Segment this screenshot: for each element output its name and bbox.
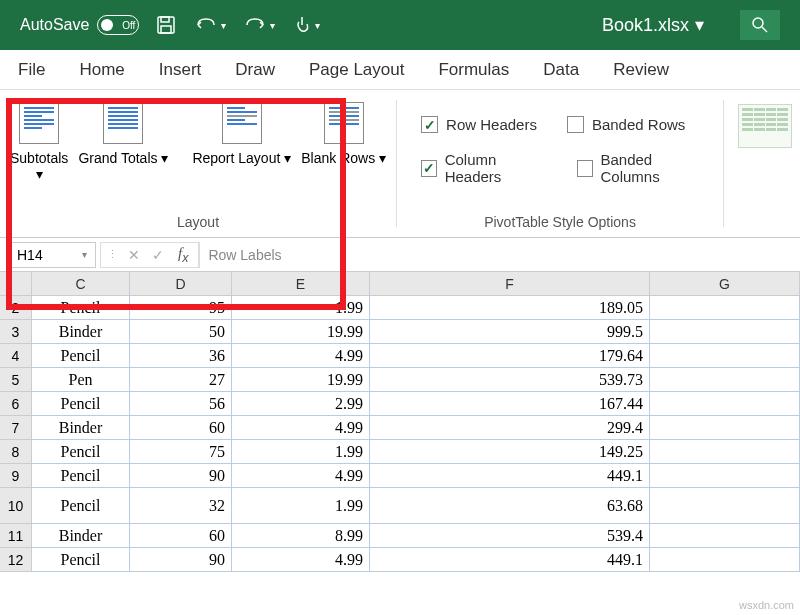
cell[interactable]: 449.1 bbox=[370, 464, 650, 488]
col-header-d[interactable]: D bbox=[130, 272, 232, 296]
cell[interactable]: 4.99 bbox=[232, 416, 370, 440]
row-header[interactable]: 4 bbox=[0, 344, 32, 368]
cell[interactable]: 189.05 bbox=[370, 296, 650, 320]
toggle-switch[interactable]: Off bbox=[97, 15, 139, 35]
touch-mode-button[interactable]: ▾ bbox=[291, 14, 320, 36]
menu-review[interactable]: Review bbox=[613, 60, 669, 80]
menu-insert[interactable]: Insert bbox=[159, 60, 202, 80]
menu-file[interactable]: File bbox=[18, 60, 45, 80]
row-header[interactable]: 12 bbox=[0, 548, 32, 572]
col-header-g[interactable]: G bbox=[650, 272, 800, 296]
pivottable-styles[interactable] bbox=[724, 90, 800, 237]
cell[interactable]: 95 bbox=[130, 296, 232, 320]
row-header[interactable]: 3 bbox=[0, 320, 32, 344]
cancel-button[interactable]: ✕ bbox=[122, 247, 146, 263]
cell[interactable]: 27 bbox=[130, 368, 232, 392]
cell[interactable]: 539.4 bbox=[370, 524, 650, 548]
cell[interactable]: 999.5 bbox=[370, 320, 650, 344]
cell[interactable]: Pen bbox=[32, 368, 130, 392]
banded-rows-checkbox[interactable]: Banded Rows bbox=[567, 116, 685, 133]
document-title[interactable]: Book1.xlsx ▾ bbox=[602, 14, 704, 36]
cell[interactable]: 50 bbox=[130, 320, 232, 344]
cell[interactable]: 1.99 bbox=[232, 488, 370, 524]
menu-data[interactable]: Data bbox=[543, 60, 579, 80]
blank-rows-button[interactable]: Blank Rows ▾ bbox=[299, 98, 388, 186]
cell[interactable]: 299.4 bbox=[370, 416, 650, 440]
cell[interactable]: Binder bbox=[32, 416, 130, 440]
spreadsheet-grid[interactable]: C D E F G 2Pencil951.99189.053Binder5019… bbox=[0, 272, 800, 572]
row-header[interactable]: 11 bbox=[0, 524, 32, 548]
cell[interactable]: 2.99 bbox=[232, 392, 370, 416]
formula-input[interactable]: Row Labels bbox=[199, 242, 800, 268]
cell[interactable]: 60 bbox=[130, 416, 232, 440]
row-header[interactable]: 9 bbox=[0, 464, 32, 488]
cell[interactable]: Pencil bbox=[32, 392, 130, 416]
dropdown-icon[interactable]: ⋮ bbox=[103, 248, 122, 261]
row-headers-checkbox[interactable]: Row Headers bbox=[421, 116, 537, 133]
cell[interactable]: Binder bbox=[32, 524, 130, 548]
cell[interactable]: 449.1 bbox=[370, 548, 650, 572]
cell[interactable]: 32 bbox=[130, 488, 232, 524]
cell[interactable] bbox=[650, 464, 800, 488]
cell[interactable]: 63.68 bbox=[370, 488, 650, 524]
col-header-e[interactable]: E bbox=[232, 272, 370, 296]
cell[interactable]: 90 bbox=[130, 464, 232, 488]
cell[interactable]: 4.99 bbox=[232, 344, 370, 368]
cell[interactable]: 36 bbox=[130, 344, 232, 368]
cell[interactable]: 56 bbox=[130, 392, 232, 416]
fx-icon[interactable]: fx bbox=[178, 245, 188, 265]
banded-columns-checkbox[interactable]: Banded Columns bbox=[577, 151, 705, 185]
grand-totals-button[interactable]: Grand Totals ▾ bbox=[76, 98, 170, 186]
redo-button[interactable]: ▾ bbox=[242, 14, 275, 36]
cell[interactable] bbox=[650, 392, 800, 416]
row-header[interactable]: 8 bbox=[0, 440, 32, 464]
row-header[interactable]: 6 bbox=[0, 392, 32, 416]
menu-formulas[interactable]: Formulas bbox=[438, 60, 509, 80]
menu-page-layout[interactable]: Page Layout bbox=[309, 60, 404, 80]
cell[interactable]: 4.99 bbox=[232, 464, 370, 488]
menu-home[interactable]: Home bbox=[79, 60, 124, 80]
column-headers-checkbox[interactable]: Column Headers bbox=[421, 151, 547, 185]
cell[interactable]: 1.99 bbox=[232, 296, 370, 320]
cell[interactable]: 1.99 bbox=[232, 440, 370, 464]
menu-draw[interactable]: Draw bbox=[235, 60, 275, 80]
report-layout-button[interactable]: Report Layout ▾ bbox=[190, 98, 293, 186]
cell[interactable] bbox=[650, 296, 800, 320]
col-header-c[interactable]: C bbox=[32, 272, 130, 296]
cell[interactable]: 90 bbox=[130, 548, 232, 572]
search-button[interactable] bbox=[740, 10, 780, 40]
cell[interactable]: Pencil bbox=[32, 548, 130, 572]
cell[interactable] bbox=[650, 344, 800, 368]
cell[interactable]: Pencil bbox=[32, 296, 130, 320]
cell[interactable]: 8.99 bbox=[232, 524, 370, 548]
cell[interactable]: Pencil bbox=[32, 344, 130, 368]
cell[interactable] bbox=[650, 440, 800, 464]
cell[interactable]: 60 bbox=[130, 524, 232, 548]
subtotals-button[interactable]: Subtotals▾ bbox=[8, 98, 70, 186]
name-box[interactable]: H14 bbox=[8, 242, 96, 268]
cell[interactable] bbox=[650, 548, 800, 572]
cell[interactable]: 75 bbox=[130, 440, 232, 464]
save-button[interactable] bbox=[155, 14, 177, 36]
row-header[interactable]: 5 bbox=[0, 368, 32, 392]
cell[interactable]: 149.25 bbox=[370, 440, 650, 464]
enter-button[interactable]: ✓ bbox=[146, 247, 170, 263]
cell[interactable]: 4.99 bbox=[232, 548, 370, 572]
cell[interactable]: 539.73 bbox=[370, 368, 650, 392]
cell[interactable] bbox=[650, 488, 800, 524]
cell[interactable]: 167.44 bbox=[370, 392, 650, 416]
cell[interactable] bbox=[650, 416, 800, 440]
row-header[interactable]: 2 bbox=[0, 296, 32, 320]
cell[interactable]: 19.99 bbox=[232, 368, 370, 392]
cell[interactable]: Pencil bbox=[32, 488, 130, 524]
row-header[interactable]: 10 bbox=[0, 488, 32, 524]
cell[interactable] bbox=[650, 320, 800, 344]
row-header[interactable]: 7 bbox=[0, 416, 32, 440]
undo-button[interactable]: ▾ bbox=[193, 14, 226, 36]
cell[interactable] bbox=[650, 524, 800, 548]
cell[interactable]: Pencil bbox=[32, 464, 130, 488]
cell[interactable]: Binder bbox=[32, 320, 130, 344]
col-header-f[interactable]: F bbox=[370, 272, 650, 296]
cell[interactable]: 179.64 bbox=[370, 344, 650, 368]
cell[interactable]: Pencil bbox=[32, 440, 130, 464]
